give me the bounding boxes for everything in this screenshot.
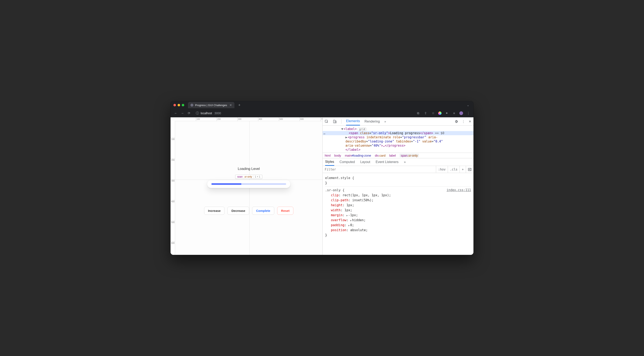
- reload-button[interactable]: ⟳: [187, 111, 191, 115]
- loading-heading: Loading Level: [238, 167, 260, 171]
- css-prop[interactable]: height: 1px;: [325, 203, 471, 208]
- url-port: :3000: [214, 112, 221, 115]
- tooltip-class: .sr-only: [244, 175, 252, 178]
- devtools-close-icon[interactable]: ✕: [469, 120, 472, 123]
- devtools-panel: Elements Rendering » ⋮ ✕ ▼<label>grid <s…: [322, 117, 474, 255]
- crumb-label[interactable]: label: [389, 154, 396, 157]
- tab-elements[interactable]: Elements: [346, 117, 360, 125]
- toolbar-actions: ⧉ ⇧ ☆ ✦ ≡ ⋮: [416, 111, 470, 115]
- crumb-div[interactable]: div.card: [375, 154, 386, 157]
- tabs-overflow-icon[interactable]: ⌄: [466, 103, 470, 107]
- browser-menu-icon[interactable]: ⋮: [466, 111, 470, 115]
- tab-event-listeners[interactable]: Event Listeners: [376, 159, 398, 165]
- dom-node-label[interactable]: ▼<label>grid: [322, 127, 474, 131]
- ruler-tick: 700: [321, 118, 322, 120]
- rule-close: }: [325, 181, 471, 186]
- cls-toggle[interactable]: .cls: [448, 166, 460, 173]
- tooltip-tag: span: [237, 175, 242, 178]
- layout-badge[interactable]: grid: [358, 127, 367, 131]
- minimize-window-icon[interactable]: [178, 104, 180, 106]
- settings-icon[interactable]: [454, 120, 458, 123]
- ruler-tick: 400: [171, 201, 175, 203]
- ruler-tick: 400: [259, 118, 262, 120]
- increase-button[interactable]: Increase: [204, 207, 225, 215]
- css-prop[interactable]: width: 1px;: [325, 208, 471, 213]
- rule-element-style[interactable]: element.style { }: [325, 174, 471, 186]
- browser-window: Progress | GUI Challenges ✕ + ⌄ ← → ⟳ i …: [170, 101, 474, 255]
- crumb-html[interactable]: html: [325, 154, 330, 157]
- dom-node-label-close[interactable]: </label>: [322, 148, 474, 152]
- css-prop[interactable]: clip-path: inset(50%);: [325, 198, 471, 203]
- favicon-icon: [190, 104, 193, 107]
- inspect-icon[interactable]: [325, 120, 328, 123]
- content-area: 100 200 300 400 500 600 700 100 200 300 …: [170, 117, 474, 255]
- rendered-page: 100 200 300 400 500 600 700 100 200 300 …: [170, 117, 322, 255]
- computed-sidebar-toggle-icon[interactable]: [466, 166, 474, 173]
- decrease-button[interactable]: Decrease: [228, 207, 249, 215]
- tab-styles[interactable]: Styles: [325, 158, 334, 166]
- styles-tabbar: Styles Computed Layout Event Listeners »: [322, 158, 474, 166]
- share-icon[interactable]: ⇧: [423, 111, 428, 115]
- close-tab-icon[interactable]: ✕: [230, 103, 232, 107]
- browser-tab[interactable]: Progress | GUI Challenges ✕: [188, 102, 234, 108]
- close-window-icon[interactable]: [174, 104, 176, 106]
- titlebar: Progress | GUI Challenges ✕ + ⌄: [170, 101, 474, 109]
- maximize-window-icon[interactable]: [182, 104, 184, 106]
- crumb-main[interactable]: main#loading-zone: [345, 154, 371, 157]
- browser-toolbar: ← → ⟳ i localhost:3000 ⧉ ⇧ ☆ ✦ ≡ ⋮: [170, 109, 474, 117]
- complete-button[interactable]: Complete: [252, 207, 274, 215]
- styles-filter-input[interactable]: [322, 168, 436, 171]
- ruler-tick: 600: [300, 118, 304, 120]
- css-prop[interactable]: overflow: ▶hidden;: [325, 218, 471, 223]
- tab-computed[interactable]: Computed: [340, 159, 355, 165]
- ruler-tick: 300: [238, 118, 242, 120]
- address-bar[interactable]: i localhost:3000: [193, 110, 414, 116]
- devtools-menu-icon[interactable]: ⋮: [462, 120, 465, 123]
- ruler-tick: 500: [280, 118, 283, 120]
- svg-rect-2: [335, 121, 336, 123]
- tabs-more-icon[interactable]: »: [384, 120, 386, 123]
- url-host: localhost: [201, 112, 212, 115]
- device-mode-icon[interactable]: [333, 120, 337, 123]
- ruler-tick: 200: [217, 118, 221, 120]
- hov-toggle[interactable]: :hov: [436, 166, 448, 173]
- profile-avatar-icon[interactable]: [459, 111, 463, 115]
- dom-node-span-sr-only[interactable]: <span class="sr-only">Loading progress</…: [322, 131, 474, 135]
- crumb-body[interactable]: body: [334, 154, 341, 157]
- ruler-tick: 600: [171, 242, 175, 244]
- css-prop[interactable]: margin: ▶-1px;: [325, 213, 471, 218]
- reset-button[interactable]: Reset: [277, 207, 294, 215]
- rule-close: }: [325, 233, 471, 238]
- dom-tree[interactable]: ▼<label>grid <span class="sr-only">Loadi…: [322, 126, 474, 153]
- styles-pane[interactable]: element.style { } index.css:111 .sr-only…: [322, 173, 474, 241]
- rule-sr-only[interactable]: index.css:111 .sr-only { clip: rect(1px,…: [325, 186, 471, 238]
- site-info-icon[interactable]: i: [196, 112, 199, 115]
- dom-node-progress-line2[interactable]: describedby="loading-zone" tabindex="-1"…: [322, 139, 474, 143]
- back-button[interactable]: ←: [174, 111, 178, 115]
- ruler-vertical: 100 200 300 400 500 600: [170, 121, 175, 255]
- new-tab-button[interactable]: +: [236, 103, 242, 107]
- window-controls: [174, 104, 184, 106]
- tab-rendering[interactable]: Rendering: [364, 118, 380, 125]
- ruler-horizontal: 100 200 300 400 500 600 700: [175, 117, 322, 121]
- tab-layout[interactable]: Layout: [360, 159, 370, 165]
- rule-source-link[interactable]: index.css:111: [447, 188, 471, 193]
- open-external-icon[interactable]: ⧉: [416, 111, 420, 115]
- ruler-tick: 100: [196, 118, 200, 120]
- ruler-tick: 100: [171, 138, 175, 140]
- crumb-span[interactable]: span.sr-only: [400, 154, 419, 157]
- css-prop[interactable]: clip: rect(1px, 1px, 1px, 1px);: [325, 193, 471, 198]
- dom-node-progress-line3[interactable]: aria-valuenow="40%">…</progress>: [322, 143, 474, 148]
- extensions-icon[interactable]: ✦: [444, 111, 449, 115]
- ruler-tick: 300: [171, 180, 175, 182]
- tabs-more-icon[interactable]: »: [404, 159, 406, 165]
- new-style-rule-button[interactable]: +: [460, 166, 466, 173]
- css-prop[interactable]: padding: ▶0;: [325, 223, 471, 228]
- reading-list-icon[interactable]: ≡: [452, 111, 456, 115]
- dom-node-progress[interactable]: ▶<progress indeterminate role="progressb…: [322, 135, 474, 139]
- forward-button[interactable]: →: [180, 111, 185, 115]
- ruler-tick: 500: [171, 221, 175, 224]
- css-prop[interactable]: position: absolute;: [325, 228, 471, 233]
- bookmark-icon[interactable]: ☆: [431, 111, 435, 115]
- extension-color-icon[interactable]: [438, 112, 442, 115]
